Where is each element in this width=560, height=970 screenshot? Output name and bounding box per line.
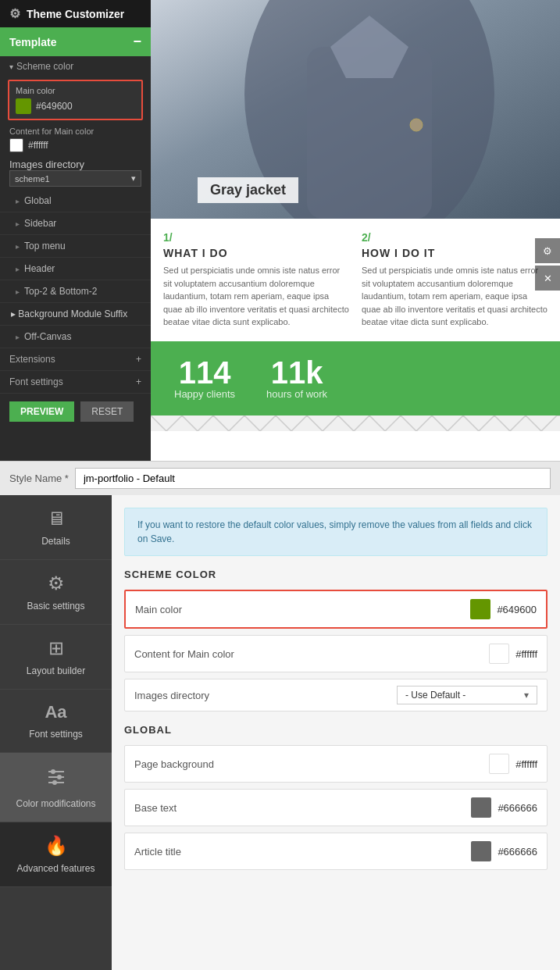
page-bg-swatch[interactable] [489, 754, 509, 774]
style-name-input[interactable] [75, 468, 551, 489]
stat2-label: hours of work [266, 388, 327, 400]
section1-col: 1/ WHAT I DO Sed ut perspiciatis unde om… [163, 231, 349, 329]
stat2-number: 11k [266, 357, 327, 388]
images-dir-dropdown[interactable]: - Use Default - ▾ [397, 686, 537, 704]
gear-icon: ⚙ [9, 6, 20, 21]
nav-item-font-settings[interactable]: Aa Font settings [0, 690, 112, 753]
section2-title: HOW I DO IT [362, 247, 548, 259]
jacket-label: Gray jacket [198, 177, 298, 203]
theme-customizer: ⚙ Theme Customizer Template − ▾ Scheme c… [0, 0, 560, 461]
nav-item-advanced-label: Advanced features [16, 863, 95, 874]
sidebar-item-off-canvas[interactable]: ▸ Off-Canvas [0, 326, 151, 348]
sidebar-buttons: PREVIEW RESET [0, 394, 151, 430]
font-settings-row[interactable]: Font settings + [0, 371, 151, 394]
base-text-field: Base text #666666 [124, 789, 548, 826]
article-title-swatch[interactable] [471, 841, 491, 861]
content-main-color-label: Content for Main color [134, 648, 489, 660]
section2-col: 2/ HOW I DO IT Sed ut perspiciatis unde … [362, 231, 548, 329]
sidebar: ⚙ Theme Customizer Template − ▾ Scheme c… [0, 0, 151, 461]
content-main-color-field: Content for Main color #ffffff [124, 635, 548, 672]
images-dir-select[interactable]: scheme1 ▾ [9, 170, 141, 187]
nav-item-details[interactable]: 🖥 Details [0, 495, 112, 560]
chevron-right-icon: ▸ [16, 197, 20, 205]
zigzag-bar [151, 415, 560, 431]
nav-item-color-modifications[interactable]: Color modifications [0, 753, 112, 822]
style-name-label: Style Name * [9, 473, 69, 484]
base-text-label: Base text [134, 802, 471, 814]
nav-item-font-label: Font settings [29, 729, 83, 740]
plus-icon: + [136, 376, 141, 387]
app-title: Theme Customizer [27, 8, 124, 20]
chevron-down-icon: ▾ [131, 173, 136, 184]
main-color-field-swatch[interactable] [470, 599, 490, 619]
sidebar-item-top-menu[interactable]: ▸ Top menu [0, 235, 151, 258]
nav-item-advanced-features[interactable]: 🔥 Advanced features [0, 822, 112, 887]
chevron-right-icon: ▸ [16, 219, 20, 228]
zigzag-svg [151, 415, 560, 431]
grid-icon: ⊞ [48, 637, 64, 659]
nav-item-layout-builder[interactable]: ⊞ Layout builder [0, 625, 112, 690]
stat1-label: Happy clients [174, 388, 235, 400]
sidebar-item-top2-bottom2[interactable]: ▸ Top-2 & Bottom-2 [0, 280, 151, 303]
nav-label: Top menu [24, 241, 66, 251]
scheme-color-label: Scheme color [16, 61, 73, 72]
svg-point-3 [410, 119, 423, 131]
extensions-row[interactable]: Extensions + [0, 348, 151, 371]
chevron-right-icon: ▸ [16, 333, 20, 341]
content-main-color: Content for Main color #ffffff [0, 123, 151, 155]
chevron-down-icon: ▾ [524, 690, 529, 701]
base-text-swatch[interactable] [471, 797, 491, 818]
sidebar-item-sidebar[interactable]: ▸ Sidebar [0, 212, 151, 235]
reset-button[interactable]: RESET [80, 401, 134, 422]
style-name-bar: Style Name * [0, 461, 560, 495]
extensions-label: Extensions [9, 354, 55, 365]
main-color-swatch[interactable] [16, 98, 31, 114]
nav-label: Off-Canvas [24, 331, 71, 342]
sidebar-item-bg-module[interactable]: ▸ Background Module Suffix [0, 303, 151, 326]
main-color-field-label: Main color [135, 604, 470, 615]
what-i-do-section: 1/ WHAT I DO Sed ut perspiciatis unde om… [151, 219, 560, 341]
bottom-section: 🖥 Details ⚙ Basic settings ⊞ Layout buil… [0, 495, 560, 970]
close-button[interactable]: ✕ [535, 266, 560, 291]
section1-text: Sed ut perspiciatis unde omnis iste natu… [163, 264, 349, 329]
nav-label: Top-2 & Bottom-2 [24, 286, 97, 297]
sliders-icon [45, 765, 67, 792]
nav-label: Global [24, 195, 52, 206]
font-icon: Aa [45, 702, 66, 722]
main-color-field: Main color #649600 [124, 590, 548, 629]
images-dir-field: Images directory - Use Default - ▾ [124, 679, 548, 711]
sliders-svg [45, 765, 67, 787]
scheme-color-title: SCHEME COLOR [124, 569, 548, 580]
nav-item-basic-label: Basic settings [27, 601, 84, 612]
stat2: 11k hours of work [266, 357, 327, 400]
svg-point-10 [52, 780, 57, 785]
sidebar-item-global[interactable]: ▸ Global [0, 190, 151, 212]
chevron-right-icon: ▸ [16, 242, 20, 251]
preview-button[interactable]: PREVIEW [9, 401, 74, 422]
nav-item-color-label: Color modifications [16, 798, 95, 809]
article-title-label: Article title [134, 846, 471, 858]
chevron-down-icon: ▾ [9, 62, 13, 71]
article-title-field: Article title #666666 [124, 833, 548, 870]
content-color-value: #ffffff [28, 140, 48, 151]
main-color-box: Main color #649600 [8, 80, 143, 120]
gear-button[interactable]: ⚙ [535, 238, 560, 263]
article-title-value: #666666 [498, 846, 537, 858]
sidebar-item-header[interactable]: ▸ Header [0, 258, 151, 280]
nav-label: Sidebar [24, 218, 56, 229]
main-color-label: Main color [16, 86, 135, 95]
preview-area: Gray jacket ⚙ ✕ 1/ WHAT I DO Sed ut pers… [151, 0, 560, 461]
font-settings-label: Font settings [9, 376, 63, 387]
nav-item-layout-label: Layout builder [27, 665, 85, 676]
nav-item-basic-settings[interactable]: ⚙ Basic settings [0, 560, 112, 625]
content-color-swatch[interactable] [9, 138, 23, 152]
page-bg-label: Page background [134, 758, 489, 770]
info-box: If you want to restore the default color… [124, 508, 548, 556]
settings-icon: ⚙ [48, 572, 65, 594]
collapse-button[interactable]: − [133, 34, 141, 50]
content-main-swatch[interactable] [489, 644, 509, 664]
main-color-field-value: #649600 [497, 604, 537, 615]
chevron-right-icon: ▸ [11, 308, 16, 319]
section2-number: 2/ [362, 231, 548, 244]
nav-label: Header [24, 263, 55, 274]
